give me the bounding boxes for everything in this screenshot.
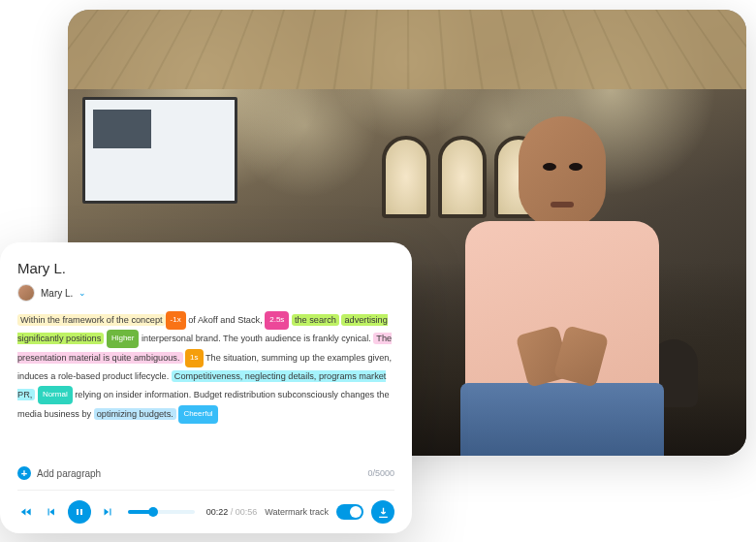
speaker-name: Mary L. [41, 288, 73, 299]
ceiling-decor [68, 10, 746, 89]
highlighted-text[interactable]: Within the framework of the concept [17, 314, 166, 326]
script-editor-panel: Mary L. Mary L. ⌄ Within the framework o… [0, 242, 412, 533]
avatar-presenter [436, 107, 688, 456]
total-time: 00:56 [236, 507, 258, 517]
add-paragraph-button[interactable]: + Add paragraph [17, 466, 101, 480]
script-textarea[interactable]: Within the framework of the concept-1x o… [17, 311, 394, 455]
editor-title: Mary L. [17, 260, 394, 276]
voice-tag[interactable]: -1x [166, 311, 186, 330]
play-button[interactable] [68, 500, 91, 524]
player-bar: 00:22 / 00:56 Watermark track [17, 490, 394, 524]
char-count: 0/5000 [367, 468, 394, 478]
progress-bar[interactable] [128, 510, 195, 514]
plus-icon: + [17, 466, 31, 480]
skip-forward-button[interactable] [99, 503, 116, 521]
rewind-button[interactable] [17, 503, 35, 521]
watermark-toggle[interactable] [336, 504, 363, 520]
add-paragraph-label: Add paragraph [37, 468, 101, 479]
avatar-icon [17, 284, 35, 302]
voice-tag[interactable]: Higher [107, 330, 140, 348]
chevron-down-icon: ⌄ [79, 288, 86, 298]
voice-tag[interactable]: Cheerful [178, 405, 217, 424]
watermark-label: Watermark track [265, 507, 329, 517]
skip-back-button[interactable] [43, 503, 60, 521]
highlighted-text[interactable]: the search [292, 314, 339, 326]
highlighted-text[interactable]: optimizing budgets. [94, 408, 176, 420]
script-text-span[interactable]: of Akoff and Stack, [186, 315, 266, 325]
download-button[interactable] [371, 500, 394, 524]
projector-screen [82, 97, 237, 204]
voice-tag[interactable]: Normal [38, 386, 73, 404]
voice-tag[interactable]: 1s [185, 349, 203, 367]
voice-tag[interactable]: 2.5s [265, 311, 289, 330]
progress-thumb[interactable] [148, 507, 158, 517]
timecode: 00:22 / 00:56 [206, 507, 258, 517]
current-time: 00:22 [206, 507, 229, 517]
script-text-span[interactable]: interpersonal brand. The youth audience … [139, 334, 373, 343]
speaker-selector[interactable]: Mary L. ⌄ [17, 284, 394, 302]
